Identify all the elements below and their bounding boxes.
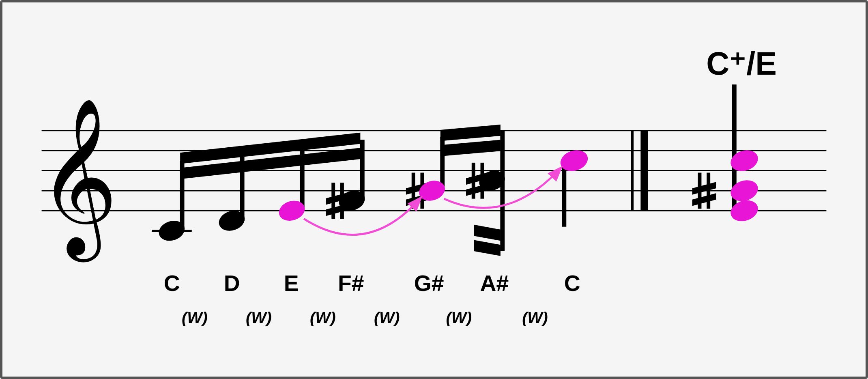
- label-note-0: C: [164, 271, 180, 296]
- label-note-5: A#: [480, 271, 509, 296]
- treble-clef-icon: 𝄞: [38, 99, 118, 263]
- interval-labels: (W) (W) (W) (W) (W) (W): [182, 308, 548, 326]
- svg-marker-14: [474, 225, 501, 241]
- chord: [692, 84, 761, 224]
- interval-4: (W): [446, 308, 472, 326]
- label-note-4: G#: [414, 271, 444, 296]
- interval-2: (W): [310, 308, 336, 326]
- svg-marker-13: [440, 140, 501, 156]
- noteheads: [156, 147, 591, 244]
- label-note-3: F#: [338, 271, 364, 296]
- note-labels: C D E F# G# A# C: [164, 271, 580, 296]
- interval-3: (W): [374, 308, 400, 326]
- interval-0: (W): [182, 308, 208, 326]
- label-note-2: E: [284, 271, 299, 296]
- svg-marker-12: [440, 125, 501, 141]
- music-diagram-frame: 𝄞 C D E F# G# A# C: [0, 0, 868, 379]
- chord-label: C⁺/E: [706, 46, 777, 82]
- svg-text:𝄞: 𝄞: [38, 99, 118, 263]
- interval-5: (W): [522, 308, 548, 326]
- svg-marker-15: [474, 240, 501, 256]
- music-diagram-svg: 𝄞 C D E F# G# A# C: [2, 2, 866, 377]
- beam-group-1: [180, 133, 360, 179]
- label-note-1: D: [224, 271, 240, 296]
- label-note-6: C: [564, 271, 580, 296]
- interval-1: (W): [246, 308, 272, 326]
